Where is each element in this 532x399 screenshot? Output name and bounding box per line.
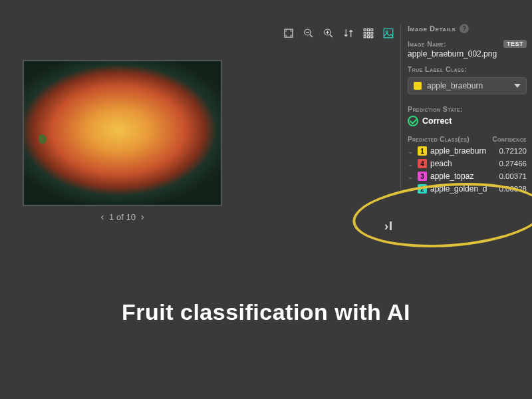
image-name: apple_braeburn_002.png — [408, 49, 527, 59]
svg-line-5 — [330, 35, 332, 37]
prediction-row[interactable]: ⌄2apple_golden_d0.00028 — [408, 184, 527, 194]
zoom-out-icon[interactable] — [302, 27, 315, 40]
prediction-name: peach — [430, 159, 495, 168]
prev-icon[interactable]: ‹ — [100, 211, 104, 222]
prediction-row[interactable]: ⌄3apple_topaz0.00371 — [408, 172, 527, 181]
svg-rect-0 — [285, 29, 293, 37]
details-panel: Image Details ? Image Name: TEST apple_b… — [400, 24, 527, 194]
grid-icon[interactable] — [362, 27, 375, 40]
test-badge: TEST — [503, 40, 527, 48]
pred-col-class: Predicted Class(es) — [408, 136, 469, 143]
prediction-confidence: 0.72120 — [499, 147, 527, 155]
expand-icon[interactable]: ⌄ — [408, 173, 414, 180]
details-header: Image Details ? — [408, 24, 527, 33]
rank-badge: 1 — [418, 146, 427, 156]
expand-icon[interactable]: ⌄ — [408, 160, 414, 168]
prediction-name: apple_topaz — [430, 172, 495, 181]
svg-line-2 — [310, 35, 313, 37]
expand-icon[interactable]: ⌄ — [408, 186, 414, 193]
image-viewer: ‹ 1 of 10 › — [23, 60, 222, 222]
pred-col-conf: Confidence — [493, 136, 527, 143]
true-label-header: True Label Class: — [408, 65, 527, 73]
prediction-confidence: 0.27466 — [499, 160, 527, 168]
caption: Fruit classification with AI — [0, 299, 532, 325]
check-icon — [408, 116, 418, 126]
svg-rect-10 — [371, 29, 373, 31]
prediction-confidence: 0.00028 — [499, 185, 527, 193]
true-label-select[interactable]: apple_braeburn — [408, 77, 527, 94]
rank-badge: 2 — [418, 184, 427, 194]
pager-text: 1 of 10 — [109, 212, 136, 222]
sort-icon[interactable] — [342, 27, 355, 40]
pager: ‹ 1 of 10 › — [23, 211, 222, 222]
rank-badge: 3 — [418, 172, 427, 181]
help-icon[interactable]: ? — [460, 24, 469, 33]
image-view-icon[interactable] — [382, 27, 395, 40]
pred-state-text: Correct — [422, 116, 452, 126]
svg-rect-8 — [364, 29, 366, 31]
chevron-down-icon — [514, 84, 521, 88]
svg-rect-12 — [368, 33, 370, 35]
rank-badge: 4 — [418, 159, 427, 168]
skip-to-end-icon[interactable]: › I — [384, 219, 392, 233]
svg-rect-13 — [371, 33, 373, 35]
true-label-value: apple_braeburn — [427, 81, 483, 90]
pred-state-label: Prediction State: — [408, 105, 527, 113]
prediction-name: apple_golden_d — [430, 184, 495, 194]
svg-rect-15 — [368, 36, 370, 38]
prediction-confidence: 0.00371 — [499, 172, 527, 180]
image-name-label: Image Name: — [408, 40, 446, 48]
svg-rect-9 — [368, 29, 370, 31]
prediction-row[interactable]: ⌄4peach0.27466 — [408, 159, 527, 168]
prediction-row[interactable]: ⌄1apple_braeburn0.72120 — [408, 146, 527, 156]
svg-point-18 — [386, 31, 388, 33]
zoom-in-icon[interactable] — [322, 27, 335, 40]
svg-rect-14 — [364, 36, 366, 38]
details-header-text: Image Details — [408, 25, 456, 33]
svg-rect-11 — [364, 33, 366, 35]
prediction-name: apple_braeburn — [430, 146, 495, 156]
true-label-swatch — [414, 82, 422, 90]
fullscreen-icon[interactable] — [282, 27, 295, 40]
svg-rect-17 — [384, 29, 393, 38]
predictions-table: Predicted Class(es) Confidence ⌄1apple_b… — [408, 136, 527, 194]
image-preview[interactable] — [23, 60, 222, 206]
viewer-toolbar — [282, 27, 395, 40]
svg-rect-16 — [371, 36, 373, 38]
next-icon[interactable]: › — [141, 211, 144, 222]
expand-icon[interactable]: ⌄ — [408, 148, 414, 155]
pred-state-value: Correct — [408, 116, 527, 126]
